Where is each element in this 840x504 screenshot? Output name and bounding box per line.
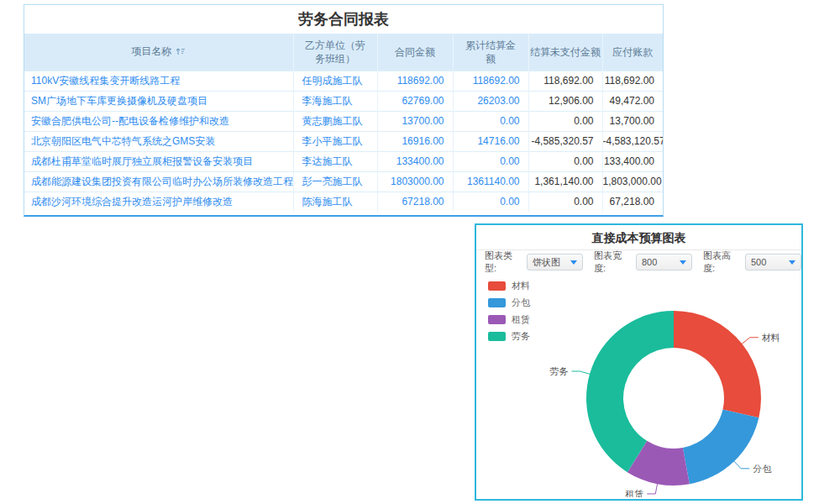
chevron-down-icon <box>570 260 577 265</box>
payable-amount: 49,472.00 <box>602 91 663 111</box>
settled-amount[interactable]: 118692.00 <box>453 71 528 91</box>
chevron-down-icon <box>680 260 686 265</box>
settled-amount[interactable]: 26203.00 <box>453 91 528 111</box>
payable-amount: 67,218.00 <box>602 192 663 212</box>
column-header-project-name: 项目名称 <box>24 34 293 71</box>
chart-type-value: 饼状图 <box>533 256 560 269</box>
table-row: SM广场地下车库更换摄像机及硬盘项目李海施工队62769.0026203.001… <box>24 91 663 111</box>
unit-name[interactable]: 彭一亮施工队 <box>293 171 377 192</box>
chart-height-control: 图表高度: 500 <box>703 249 801 275</box>
column-header-payable: 应付账款 <box>602 34 663 71</box>
table-row: 110kV安徽线程集变开断线路工程任明成施工队118692.00118692.0… <box>24 71 663 91</box>
unit-name[interactable]: 陈海施工队 <box>293 192 377 212</box>
table-row: 成都杜甫草堂临时展厅独立展柜报警设备安装项目李达施工队133400.000.00… <box>24 151 663 171</box>
contract-amount[interactable]: 118692.00 <box>377 71 453 91</box>
contract-amount[interactable]: 133400.00 <box>377 151 453 171</box>
column-header-settled-amount: 累计结算金额 <box>453 34 528 71</box>
payable-amount: 1,803,000.00 <box>602 171 663 192</box>
unpaid-amount: 118,692.00 <box>528 71 602 91</box>
chart-area: 材料分包租赁劳务 材料分包租赁劳务 <box>476 274 801 497</box>
settled-amount[interactable]: 1361140.00 <box>453 171 528 192</box>
chart-width-value: 800 <box>642 257 657 267</box>
slice-callout-line-labor <box>572 371 591 375</box>
chevron-down-icon <box>789 260 795 265</box>
cost-budget-chart-panel: 直接成本预算图表 图表类型: 饼状图 图表宽度: 800 图表高度: 500 <box>475 223 803 501</box>
report-title: 劳务合同报表 <box>24 5 663 34</box>
settled-amount[interactable]: 0.00 <box>453 192 528 212</box>
settled-amount[interactable]: 0.00 <box>453 151 528 171</box>
project-name-link[interactable]: 成都能源建设集团投资有限公司临时办公场所装修改造工程EPC <box>24 171 293 192</box>
chart-width-label: 图表宽度: <box>594 249 630 275</box>
table-header-row: 项目名称 乙方单位（劳务班组） 合同金额 累计结算金额 结算未支付金额 应付账款 <box>24 34 663 71</box>
unpaid-amount: 0.00 <box>528 192 602 212</box>
contract-amount[interactable]: 1803000.00 <box>377 171 453 192</box>
unit-name[interactable]: 李小平施工队 <box>293 131 377 151</box>
slice-callout-line-material <box>742 338 759 344</box>
slice-callout-line-lease <box>647 483 657 494</box>
slice-label-labor: 劳务 <box>550 366 569 376</box>
slice-label-lease: 租赁 <box>625 489 643 497</box>
chart-type-label: 图表类型: <box>485 249 521 275</box>
payable-amount: -4,583,120.57 <box>602 131 663 151</box>
chart-width-select[interactable]: 800 <box>636 254 692 270</box>
unpaid-amount: 1,361,140.00 <box>528 171 602 192</box>
sort-icon[interactable] <box>176 46 186 60</box>
pie-slice-subcontract[interactable] <box>683 409 759 484</box>
donut-chart: 材料分包租赁劳务 <box>476 274 801 497</box>
unit-name[interactable]: 李海施工队 <box>293 91 377 111</box>
column-header-contract-amount: 合同金额 <box>377 34 453 71</box>
project-name-link[interactable]: 北京朝阳区电气中芯特气系统之GMS安装 <box>24 131 293 151</box>
unpaid-amount: 0.00 <box>528 111 602 131</box>
unpaid-amount: -4,585,320.57 <box>528 131 602 151</box>
project-name-link[interactable]: 成都沙河环境综合提升改造运河护岸维修改造 <box>24 192 293 212</box>
contract-amount[interactable]: 62769.00 <box>377 91 453 111</box>
column-header-label: 项目名称 <box>131 45 171 57</box>
project-name-link[interactable]: 成都杜甫草堂临时展厅独立展柜报警设备安装项目 <box>24 151 293 171</box>
pie-slice-material[interactable] <box>674 311 761 417</box>
column-header-unpaid-amount: 结算未支付金额 <box>528 34 602 71</box>
unit-name[interactable]: 任明成施工队 <box>293 71 377 91</box>
page: 劳务合同报表 项目名称 乙方单位（劳务班组） 合同金额 累计结算金额 结算未支付… <box>0 0 840 504</box>
chart-title: 直接成本预算图表 <box>476 225 801 250</box>
settled-amount[interactable]: 0.00 <box>453 111 528 131</box>
table-row: 成都沙河环境综合提升改造运河护岸维修改造陈海施工队67218.000.000.0… <box>24 192 663 212</box>
contract-amount[interactable]: 13700.00 <box>377 111 453 131</box>
unpaid-amount: 0.00 <box>528 151 602 171</box>
labor-contract-report-panel: 劳务合同报表 项目名称 乙方单位（劳务班组） 合同金额 累计结算金额 结算未支付… <box>24 4 664 217</box>
chart-type-select[interactable]: 饼状图 <box>527 254 583 270</box>
settled-amount[interactable]: 14716.00 <box>453 131 528 151</box>
contract-amount[interactable]: 67218.00 <box>377 192 453 212</box>
chart-width-control: 图表宽度: 800 <box>594 249 692 275</box>
unit-name[interactable]: 黄志鹏施工队 <box>293 111 377 131</box>
payable-amount: 13,700.00 <box>602 111 663 131</box>
project-name-link[interactable]: SM广场地下车库更换摄像机及硬盘项目 <box>24 91 293 111</box>
chart-height-select[interactable]: 500 <box>745 254 801 270</box>
table-row: 北京朝阳区电气中芯特气系统之GMS安装李小平施工队16916.0014716.0… <box>24 131 663 151</box>
contract-amount[interactable]: 16916.00 <box>377 131 453 151</box>
chart-height-label: 图表高度: <box>703 249 739 275</box>
labor-contract-table: 项目名称 乙方单位（劳务班组） 合同金额 累计结算金额 结算未支付金额 应付账款… <box>24 34 663 212</box>
payable-amount: 118,692.00 <box>602 71 663 91</box>
column-header-party-b-unit: 乙方单位（劳务班组） <box>293 34 377 71</box>
slice-callout-line-subcontract <box>733 460 749 468</box>
table-row: 安徽合肥供电公司--配电设备检修维护和改造黄志鹏施工队13700.000.000… <box>24 111 663 131</box>
payable-amount: 133,400.00 <box>602 151 663 171</box>
chart-type-control: 图表类型: 饼状图 <box>485 249 583 275</box>
table-row: 成都能源建设集团投资有限公司临时办公场所装修改造工程EPC彭一亮施工队18030… <box>24 171 663 192</box>
unpaid-amount: 12,906.00 <box>528 91 602 111</box>
chart-height-value: 500 <box>751 257 766 267</box>
slice-label-material: 材料 <box>762 333 780 343</box>
slice-label-subcontract: 分包 <box>753 464 772 474</box>
project-name-link[interactable]: 安徽合肥供电公司--配电设备检修维护和改造 <box>24 111 293 131</box>
chart-controls: 图表类型: 饼状图 图表宽度: 800 图表高度: 500 <box>476 250 801 274</box>
unit-name[interactable]: 李达施工队 <box>293 151 377 171</box>
project-name-link[interactable]: 110kV安徽线程集变开断线路工程 <box>24 71 293 91</box>
